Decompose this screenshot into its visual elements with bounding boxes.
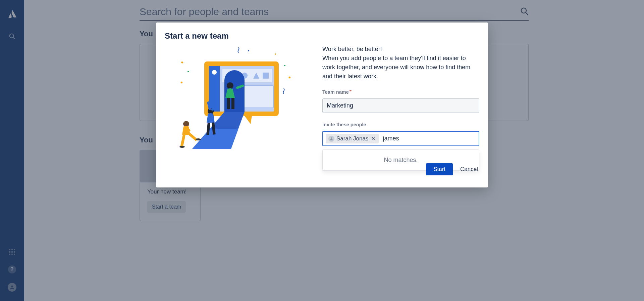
svg-marker-23 [245, 116, 252, 124]
start-button[interactable]: Start [426, 163, 453, 175]
dropdown-message: No matches. [384, 157, 418, 163]
svg-rect-26 [231, 98, 234, 109]
svg-rect-35 [180, 135, 185, 146]
close-icon[interactable]: ✕ [370, 135, 376, 142]
svg-point-6 [187, 71, 189, 72]
modal-title: Start a new team [165, 31, 479, 41]
svg-rect-9 [288, 76, 290, 78]
svg-rect-10 [181, 61, 183, 63]
svg-point-39 [331, 137, 332, 139]
modal-form: Work better, be better! When you add peo… [322, 43, 479, 175]
svg-point-15 [212, 70, 217, 75]
modal-copy: Work better, be better! When you add peo… [322, 45, 479, 81]
svg-rect-25 [227, 98, 230, 109]
svg-rect-19 [263, 73, 269, 79]
team-name-label: Team name [322, 89, 349, 95]
svg-point-37 [179, 146, 185, 148]
svg-point-38 [196, 138, 201, 140]
avatar-icon [328, 136, 334, 142]
modal-copy-headline: Work better, be better! [322, 46, 382, 52]
svg-point-24 [227, 82, 233, 89]
modal-actions: Start Cancel [322, 163, 479, 175]
required-asterisk: * [350, 89, 352, 95]
illustration [165, 43, 306, 175]
team-name-input[interactable] [322, 98, 479, 113]
svg-point-7 [284, 65, 285, 66]
invite-text-input[interactable] [382, 134, 476, 143]
svg-rect-8 [180, 81, 182, 83]
chip-label: Sarah Jonas [336, 135, 368, 142]
cancel-button[interactable]: Cancel [459, 163, 479, 175]
svg-point-5 [248, 50, 249, 51]
start-team-modal: Start a new team [156, 23, 488, 187]
team-name-field: Team name* [322, 89, 479, 113]
invite-input-box[interactable]: Sarah Jonas ✕ [322, 131, 479, 146]
invite-label: Invite these people [322, 122, 366, 127]
svg-point-11 [275, 53, 276, 55]
modal-copy-body: When you add people to a team they'll fi… [322, 55, 470, 80]
svg-rect-20 [242, 86, 273, 108]
person-chip[interactable]: Sarah Jonas ✕ [326, 134, 379, 143]
